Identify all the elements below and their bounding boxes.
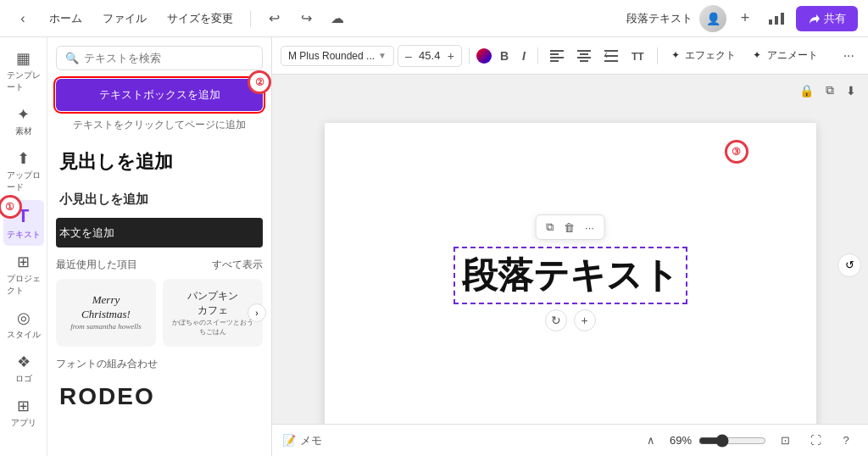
italic-button[interactable]: I: [517, 46, 531, 66]
duplicate-button[interactable]: ⧉: [822, 80, 837, 101]
recent-header: 最近使用した項目 すべて表示: [56, 258, 263, 272]
upload-icon: ⬆: [17, 149, 30, 168]
christmas-line1: Merry: [70, 293, 142, 308]
spacing-icon: [604, 50, 618, 62]
stats-button[interactable]: [764, 6, 789, 31]
font-size-increase-button[interactable]: +: [444, 47, 458, 64]
document-title: 段落テキスト: [626, 11, 693, 26]
heading-style-item[interactable]: 見出しを追加: [56, 142, 263, 181]
add-textbox-button[interactable]: テキストボックスを追加: [56, 79, 263, 111]
more-element-button[interactable]: ···: [581, 220, 598, 236]
sidebar-item-styles[interactable]: ◎ スタイル: [3, 303, 44, 346]
fit-page-button[interactable]: ⊡: [773, 429, 797, 453]
sidebar-item-templates[interactable]: ▦ テンプレート: [3, 44, 44, 98]
sidebar-item-projects[interactable]: ⊞ プロジェクト: [3, 247, 44, 302]
align-left-button[interactable]: [545, 47, 569, 65]
home-button[interactable]: ホーム: [42, 8, 89, 30]
file-button[interactable]: ファイル: [96, 8, 153, 30]
formatting-toolbar: M Plus Rounded ... ▼ – 45.4 + B I: [272, 37, 868, 75]
share-button[interactable]: 共有: [796, 6, 858, 31]
font-card-christmas[interactable]: Merry Christmas! from samantha howells: [56, 279, 156, 347]
chevron-up-button[interactable]: ∧: [639, 429, 663, 453]
svg-rect-7: [577, 50, 591, 52]
svg-rect-5: [550, 57, 564, 58]
pumpkin-sub: かぼちゃのスイーツとおうちごはん: [171, 318, 254, 336]
main-layout: ▦ テンプレート ✦ 素材 ⬆ アップロード ① T テキスト ⊞ プロジェクト…: [0, 37, 868, 456]
font-name-label: M Plus Rounded ...: [288, 50, 375, 62]
canvas-wrapper: 🔒 ⧉ ⬇ ⧉ 🗑 ···: [272, 75, 868, 456]
subheading-style-item[interactable]: 小見出しを追加: [56, 185, 263, 214]
svg-rect-8: [580, 53, 588, 55]
canvas-content: ⧉ 🗑 ··· 段落テキスト ↻ +: [325, 123, 816, 424]
rodeo-text: RODEO: [59, 383, 155, 409]
styles-icon: ◎: [17, 309, 31, 327]
body-text: 本文を追加: [59, 226, 114, 239]
lock-button[interactable]: 🔒: [796, 80, 817, 101]
memo-label: メモ: [300, 433, 322, 448]
font-color-picker[interactable]: [476, 48, 492, 64]
download-canvas-button[interactable]: ⬇: [843, 80, 860, 101]
sidebar-item-upload[interactable]: ⬆ アップロード: [3, 144, 44, 198]
heading-text: 見出しを追加: [59, 151, 173, 172]
text-element-toolbar: ⧉ 🗑 ···: [535, 214, 605, 240]
search-input[interactable]: [84, 52, 253, 64]
effect-button[interactable]: ✦ エフェクト: [665, 45, 743, 66]
bold-button[interactable]: B: [495, 46, 514, 66]
search-box: 🔍: [56, 46, 263, 70]
font-selector[interactable]: M Plus Rounded ... ▼: [281, 46, 394, 66]
zoom-level: 69%: [670, 434, 692, 447]
align-left-icon: [550, 50, 564, 62]
right-handle: ↺: [837, 253, 861, 277]
align-center-button[interactable]: [572, 47, 596, 65]
font-cards-next-button[interactable]: ›: [248, 303, 266, 322]
svg-rect-2: [781, 13, 784, 25]
memo-button[interactable]: 📝 メモ: [282, 433, 322, 448]
sidebar-item-logo[interactable]: ❖ ロゴ: [3, 348, 44, 390]
rotate-element-button[interactable]: ↻: [545, 309, 567, 331]
resize-button[interactable]: サイズを変更: [160, 8, 240, 30]
font-combo-label: フォントの組み合わせ: [56, 357, 263, 371]
animate-icon: ✦: [753, 49, 761, 61]
logo-icon: ❖: [17, 353, 31, 371]
scroll-right-button[interactable]: ↺: [837, 253, 861, 277]
toolbar-sep-1: [469, 47, 470, 64]
animate-button[interactable]: ✦ アニメート: [746, 45, 824, 66]
copy-element-button[interactable]: ⧉: [542, 219, 557, 236]
back-button[interactable]: ‹: [10, 6, 36, 31]
zoom-slider[interactable]: [698, 434, 766, 448]
cloud-save-button[interactable]: ☁: [326, 7, 349, 31]
delete-element-button[interactable]: 🗑: [560, 220, 578, 236]
body-style-item[interactable]: 本文を追加: [56, 218, 263, 247]
view-all-button[interactable]: すべて表示: [212, 258, 263, 272]
add-collaborator-button[interactable]: +: [733, 7, 757, 31]
add-textbox-wrapper: ② テキストボックスを追加: [56, 79, 263, 118]
font-size-value: 45.4: [417, 49, 442, 62]
user-avatar[interactable]: 👤: [699, 5, 726, 32]
fullscreen-button[interactable]: ⛶: [804, 429, 827, 453]
help-button[interactable]: ?: [834, 429, 858, 453]
undo-button[interactable]: ↩: [261, 6, 287, 31]
sidebar-item-elements[interactable]: ✦ 素材: [3, 100, 44, 142]
canvas-page[interactable]: ⧉ 🗑 ··· 段落テキスト ↻ +: [325, 123, 816, 424]
christmas-font-text: Merry Christmas! from samantha howells: [70, 293, 142, 331]
share-icon: [808, 13, 820, 25]
align-center-icon: [577, 50, 591, 62]
spacing-button[interactable]: [599, 47, 623, 65]
apps-icon: ⊞: [17, 397, 30, 415]
font-combo-rodeo[interactable]: RODEO: [56, 376, 263, 417]
stats-icon: [769, 13, 784, 25]
text-element[interactable]: 段落テキスト: [453, 247, 687, 304]
christmas-sub: from samantha howells: [70, 322, 142, 332]
redo-button[interactable]: ↪: [293, 6, 319, 31]
zoom-slider-container: [698, 434, 766, 448]
text-style-button[interactable]: TT: [626, 47, 650, 65]
text-style-icon: TT: [632, 50, 645, 62]
sidebar-item-apps[interactable]: ⊞ アプリ: [3, 392, 44, 434]
add-element-button[interactable]: +: [574, 309, 596, 331]
font-size-decrease-button[interactable]: –: [402, 47, 415, 64]
pumpkin-font-text: パンプキン カフェ かぼちゃのスイーツとおうちごはん: [171, 289, 254, 336]
more-options-button[interactable]: ···: [838, 45, 860, 67]
canvas-scroll[interactable]: ⧉ 🗑 ··· 段落テキスト ↻ +: [272, 106, 868, 424]
projects-icon: ⊞: [17, 253, 30, 271]
templates-icon: ▦: [16, 49, 31, 68]
